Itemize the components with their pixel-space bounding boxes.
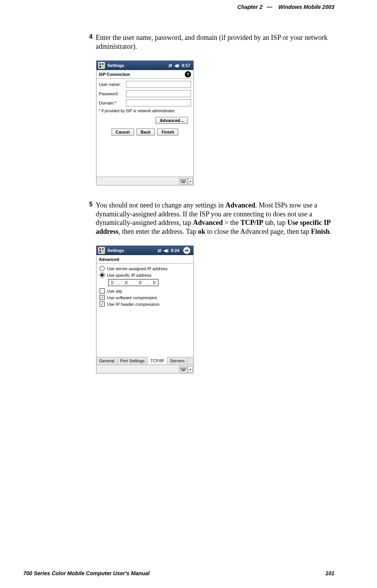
tab-general[interactable]: General: [96, 357, 117, 365]
connection-icon[interactable]: ⇄: [158, 248, 161, 253]
svg-rect-30: [185, 369, 186, 370]
tab-servers[interactable]: Servers: [167, 357, 188, 365]
taskbar-title: Settings: [107, 248, 124, 253]
help-icon[interactable]: ?: [185, 71, 191, 77]
wm-titlebar: ISP Connection ?: [96, 70, 193, 79]
screenshot-advanced: Settings ⇄ ◀ᴇ 8:24 ok Advanced Use serve…: [96, 245, 334, 374]
svg-rect-11: [182, 181, 182, 182]
radio-specific-ip[interactable]: Use specific IP address: [100, 273, 190, 278]
svg-rect-19: [102, 251, 104, 253]
footnote-text: * If provided by ISP or network administ…: [99, 109, 191, 113]
radio-server-label: Use server-assigned IP address: [107, 266, 167, 271]
wm-bottombar-2: ▴: [96, 365, 193, 373]
connection-icon[interactable]: ⇄: [169, 63, 172, 68]
radio-icon: [100, 266, 105, 271]
checkbox-sw-label: Use software compression: [107, 295, 157, 300]
svg-rect-10: [181, 181, 181, 182]
svg-rect-14: [185, 181, 186, 182]
checkbox-slip-label: Use slip: [107, 289, 122, 293]
taskbar-clock: 8:17: [182, 63, 190, 68]
taskbar-clock: 8:24: [171, 248, 179, 253]
svg-rect-25: [185, 368, 186, 369]
svg-rect-22: [182, 368, 182, 369]
tab-strip: General Port Settings TCP/IP Servers: [96, 357, 193, 365]
ip-address-input[interactable]: 0 . 0 . 0 . 0: [108, 279, 158, 286]
svg-rect-3: [102, 66, 104, 68]
screen-title: ISP Connection: [99, 72, 185, 77]
step-5-number: 5: [87, 201, 96, 236]
advanced-button[interactable]: Advanced...: [155, 117, 188, 124]
speaker-icon[interactable]: ◀ᴇ: [164, 248, 169, 253]
header-title: Windows Mobile 2003: [278, 4, 334, 10]
password-label: Password:: [99, 91, 126, 96]
sip-arrow-icon[interactable]: ▴: [188, 178, 193, 184]
svg-rect-17: [102, 248, 104, 250]
svg-rect-2: [99, 66, 101, 68]
checkbox-icon: ✓: [100, 302, 105, 307]
step-4-number: 4: [87, 33, 96, 51]
svg-rect-16: [99, 248, 101, 250]
start-flag-icon[interactable]: [98, 62, 105, 69]
step-4-text: Enter the user name, password, and domai…: [96, 33, 334, 51]
svg-rect-5: [181, 180, 181, 180]
domain-label: Domain:*: [99, 101, 126, 105]
page-footer: 700 Series Color Mobile Computer User's …: [23, 570, 334, 576]
checkbox-iphdr-label: Use IP header compression: [107, 302, 160, 307]
header-separator: —: [267, 4, 272, 10]
footer-manual-title: 700 Series Color Mobile Computer User's …: [23, 570, 150, 576]
checkbox-use-slip[interactable]: Use slip: [100, 288, 190, 293]
svg-rect-29: [184, 369, 185, 370]
svg-rect-8: [184, 180, 185, 180]
username-label: User name:: [99, 82, 126, 87]
svg-rect-27: [182, 369, 182, 370]
svg-rect-0: [99, 63, 101, 65]
svg-rect-1: [102, 63, 104, 65]
speaker-icon[interactable]: ◀ᴇ: [174, 63, 179, 68]
wm-taskbar-2: Settings ⇄ ◀ᴇ 8:24 ok: [96, 246, 193, 255]
svg-rect-28: [183, 369, 184, 370]
tab-port-settings[interactable]: Port Settings: [117, 357, 148, 365]
checkbox-icon: ✓: [100, 295, 105, 300]
start-flag-icon[interactable]: [98, 247, 105, 254]
sip-arrow-icon[interactable]: ▴: [188, 366, 193, 372]
page-header: Chapter 2 — Windows Mobile 2003: [43, 4, 334, 10]
svg-rect-21: [181, 368, 181, 369]
taskbar-title: Settings: [107, 63, 124, 68]
svg-rect-13: [184, 181, 185, 182]
keyboard-icon[interactable]: [179, 366, 188, 372]
tab-tcpip[interactable]: TCP/IP: [148, 357, 167, 364]
wm-bottombar: ▴: [96, 177, 193, 185]
keyboard-icon[interactable]: [179, 178, 188, 184]
svg-rect-15: [181, 182, 185, 183]
back-button[interactable]: Back: [136, 129, 155, 135]
svg-rect-26: [181, 369, 181, 370]
username-input[interactable]: [126, 81, 191, 88]
screen-title: Advanced: [99, 257, 191, 262]
radio-icon: [100, 273, 105, 278]
step-5-text: You should not need to change any settin…: [96, 201, 334, 236]
header-chapter: Chapter 2: [238, 4, 263, 10]
password-input[interactable]: [126, 90, 191, 97]
radio-specific-label: Use specific IP address: [107, 273, 151, 278]
finish-button[interactable]: Finish: [157, 129, 178, 135]
cancel-button[interactable]: Cancel: [112, 129, 134, 135]
domain-input[interactable]: [126, 99, 191, 106]
step-4: 4 Enter the user name, password, and dom…: [87, 33, 334, 51]
checkbox-icon: [100, 288, 105, 293]
svg-rect-12: [183, 181, 184, 182]
wm-taskbar: Settings ⇄ ◀ᴇ 8:17: [96, 61, 193, 70]
checkbox-ip-header-compression[interactable]: ✓ Use IP header compression: [100, 302, 190, 307]
svg-rect-9: [185, 180, 186, 180]
radio-server-assigned[interactable]: Use server-assigned IP address: [100, 266, 190, 271]
svg-rect-6: [182, 180, 182, 180]
svg-rect-18: [99, 251, 101, 253]
footer-page-number: 101: [325, 570, 334, 576]
svg-rect-23: [183, 368, 184, 369]
ok-button[interactable]: ok: [183, 247, 190, 254]
svg-rect-7: [183, 180, 184, 180]
wm-titlebar-2: Advanced: [96, 255, 193, 264]
svg-rect-31: [181, 370, 185, 371]
step-5: 5 You should not need to change any sett…: [87, 201, 334, 236]
svg-rect-24: [184, 368, 185, 369]
checkbox-software-compression[interactable]: ✓ Use software compression: [100, 295, 190, 300]
